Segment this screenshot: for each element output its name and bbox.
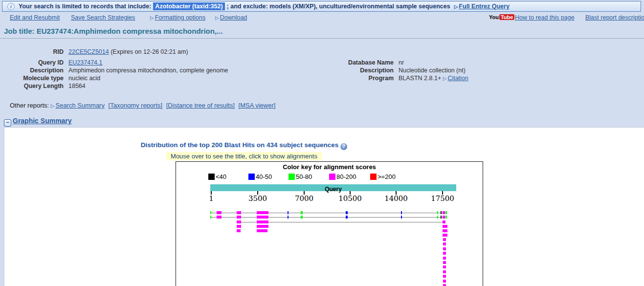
query-bar: Query: [210, 184, 456, 191]
other-reports: Other reports: ▷Search Summary [Taxonomy…: [10, 102, 277, 109]
legend-item: >=200: [370, 173, 396, 180]
hit-segment[interactable]: [443, 270, 446, 273]
description-label: Description: [0, 67, 64, 74]
hit-segment[interactable]: [237, 225, 241, 228]
hit-segment[interactable]: [346, 211, 348, 214]
graphic-summary-panel: Distribution of the top 200 Blast Hits o…: [4, 127, 644, 286]
hit-segment[interactable]: [301, 211, 303, 214]
hit-segment[interactable]: [443, 242, 446, 245]
hit-segment[interactable]: [443, 225, 447, 228]
how-to-read-link[interactable]: How to read this page: [515, 14, 575, 21]
taxonomy-reports-link[interactable]: [Taxonomy reports]: [109, 102, 163, 109]
description-value: Amphimedon compressa mitochondrion, comp…: [68, 67, 228, 74]
hit-segment[interactable]: [443, 280, 446, 283]
download-link[interactable]: ▷Download: [215, 14, 247, 21]
arrow-icon: ▷: [150, 15, 154, 21]
hit-segment[interactable]: [257, 225, 268, 228]
legend-label: 80-200: [336, 173, 356, 180]
hit-segment[interactable]: [401, 216, 402, 219]
hit-segment[interactable]: [443, 261, 446, 264]
hit-segment[interactable]: [441, 216, 442, 219]
hit-segment[interactable]: [443, 257, 446, 260]
program-row: ProgramBLASTN 2.8.1+ ▷Citation: [323, 75, 468, 82]
hit-segment[interactable]: [210, 216, 211, 219]
legend-label: 50-80: [296, 173, 312, 180]
rid-expires: (Expires on 12-26 02:21 am): [111, 48, 188, 55]
db-name-row: Database Namenr: [323, 59, 404, 66]
hit-segment[interactable]: [288, 216, 289, 219]
hit-segment[interactable]: [443, 275, 446, 278]
query-id-link[interactable]: EU237474.1: [68, 59, 103, 66]
hit-segment[interactable]: [217, 211, 222, 214]
hit-segment[interactable]: [443, 247, 446, 250]
graphic-summary-header: −Graphic Summary: [4, 117, 72, 127]
db-name-label: Database Name: [323, 59, 394, 66]
hit-segment[interactable]: [443, 284, 446, 286]
molecule-type-value: nucleic acid: [68, 75, 100, 82]
hit-segment[interactable]: [443, 229, 447, 232]
hit-segment[interactable]: [445, 211, 447, 214]
hit-segment[interactable]: [443, 216, 445, 219]
blast-report-description-link[interactable]: Blast report description: [585, 14, 644, 21]
db-name-value: nr: [399, 59, 404, 66]
hit-segment[interactable]: [437, 216, 438, 219]
hit-segment[interactable]: [443, 238, 446, 241]
hit-segment[interactable]: [257, 229, 267, 232]
hit-segment[interactable]: [257, 211, 268, 214]
toolbar: Edit and Resubmit Save Search Strategies…: [0, 14, 644, 22]
hit-segment[interactable]: [210, 211, 211, 214]
hit-segment[interactable]: [237, 216, 241, 219]
search-summary-link[interactable]: ▷Search Summary: [51, 102, 105, 109]
hit-segment[interactable]: [301, 216, 303, 219]
edit-resubmit-link[interactable]: Edit and Resubmit: [10, 14, 60, 21]
query-id-row: Query IDEU237474.1: [0, 59, 103, 66]
formatting-options-link[interactable]: ▷Formatting options: [150, 14, 205, 21]
hit-segment[interactable]: [445, 216, 447, 219]
graphic-summary-link[interactable]: Graphic Summary: [13, 117, 72, 125]
msa-viewer-link[interactable]: [MSA viewer]: [239, 102, 276, 109]
hit-segment[interactable]: [217, 216, 222, 219]
legend-item: 40-50: [248, 173, 272, 180]
hit-segment[interactable]: [237, 229, 241, 232]
rid-label: RID: [0, 48, 64, 55]
help-icon[interactable]: ?: [340, 143, 347, 150]
hit-segment[interactable]: [257, 216, 268, 219]
hit-segment[interactable]: [443, 265, 446, 268]
hit-segment[interactable]: [346, 216, 348, 219]
molecule-type-label: Molecule type: [0, 75, 64, 82]
save-search-strategies-link[interactable]: Save Search Strategies: [71, 14, 135, 21]
divider: [0, 38, 644, 39]
hit-segment[interactable]: [443, 252, 446, 255]
legend-label: 40-50: [256, 173, 272, 180]
collapse-minus-icon[interactable]: −: [4, 119, 11, 127]
hit-segment[interactable]: [401, 211, 402, 214]
hit-segment[interactable]: [443, 234, 447, 237]
distance-tree-link[interactable]: [Distance tree of results]: [166, 102, 235, 109]
rid-link[interactable]: 22CE5CZ5014: [68, 48, 109, 55]
rid-row: RID22CE5CZ5014 (Expires on 12-26 02:21 a…: [0, 48, 188, 55]
full-entrez-query-link[interactable]: ▷Full Entrez Query: [454, 3, 510, 10]
db-description-row: DescriptionNucleotide collection (nt): [323, 67, 466, 74]
taxid-highlight: Azotobacter (taxid:352): [153, 2, 224, 10]
axis-tick-label: 10500: [338, 194, 362, 203]
citation-link[interactable]: ▷Citation: [443, 75, 468, 82]
hit-segment[interactable]: [257, 220, 268, 223]
hit-segment[interactable]: [437, 211, 438, 214]
hit-segment[interactable]: [237, 211, 241, 214]
db-description-value: Nucleotide collection (nt): [399, 67, 466, 74]
hit-segment[interactable]: [443, 211, 445, 214]
hit-segment[interactable]: [441, 211, 442, 214]
hit-segment[interactable]: [443, 220, 445, 223]
hit-row-line: [210, 213, 447, 213]
youtube-icon[interactable]: YouTube: [489, 14, 514, 20]
legend-swatch: [248, 174, 255, 180]
notice-text-suffix: ; and exclude: models (XM/XP), unculture…: [227, 3, 450, 10]
query-length-value: 18564: [68, 83, 86, 89]
color-key-title: Color key for alignment scores: [176, 163, 483, 171]
hit-segment[interactable]: [237, 220, 241, 223]
hit-segment[interactable]: [288, 211, 289, 214]
legend-swatch: [329, 174, 335, 180]
legend-item: 50-80: [289, 173, 312, 180]
query-bar-label: Query: [325, 186, 342, 193]
axis-tick-label: 14000: [384, 194, 408, 203]
